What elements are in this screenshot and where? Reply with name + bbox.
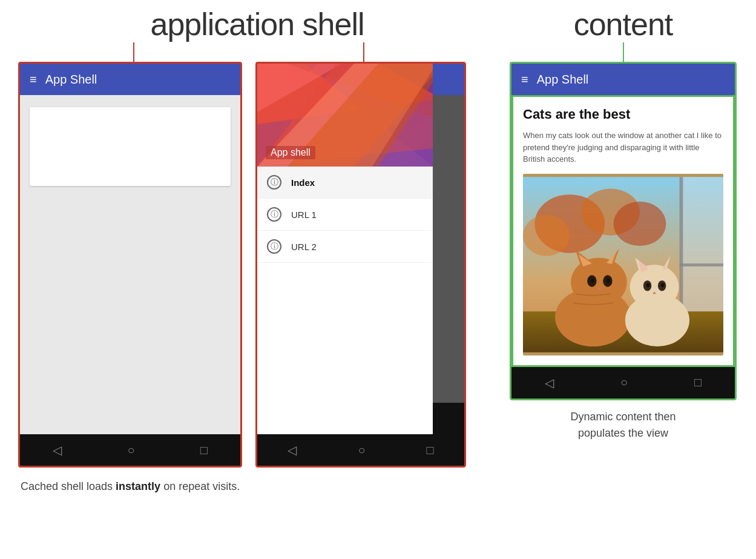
- svg-point-28: [591, 278, 594, 283]
- phone2-home-icon[interactable]: ○: [358, 443, 365, 457]
- phone2-app-bar-dark: [433, 64, 464, 95]
- page-layout: application shell ≡ App Shell ◁ ○: [0, 0, 756, 559]
- phone3-mockup: ≡ App Shell Cats are the best When my ca…: [510, 62, 737, 400]
- phone3-content-box: Cats are the best When my cats look out …: [513, 97, 733, 365]
- drawer-item-url1-label: URL 1: [291, 210, 317, 220]
- phone1-mockup: ≡ App Shell ◁ ○ □: [18, 62, 242, 468]
- right-column: content ≡ App Shell Cats are the best Wh…: [496, 6, 744, 553]
- phone3-content-area: Cats are the best When my cats look out …: [511, 95, 735, 367]
- phone3-recent-icon[interactable]: □: [694, 375, 702, 389]
- phone3-app-bar: ≡ App Shell: [511, 64, 735, 95]
- svg-point-15: [614, 201, 666, 245]
- phone2-dark-side: [433, 64, 464, 434]
- drawer-item-index[interactable]: ⓘ Index: [257, 167, 433, 199]
- caption-right: Dynamic content then populates the view: [570, 409, 675, 442]
- svg-point-14: [523, 214, 570, 256]
- phone1-home-icon[interactable]: ○: [127, 443, 134, 457]
- phone2-nav-dark: [433, 403, 464, 434]
- drawer-item-index-label: Index: [291, 177, 315, 188]
- content-label-area: content: [502, 6, 744, 42]
- phone3-bottom-nav: ◁ ○ □: [511, 367, 735, 399]
- drawer-item-url1-icon: ⓘ: [267, 207, 281, 222]
- drawer-item-url2-icon: ⓘ: [267, 239, 281, 254]
- phone1-back-icon[interactable]: ◁: [53, 443, 62, 457]
- phone1-title: App Shell: [45, 73, 97, 87]
- phone3-title: App Shell: [537, 73, 589, 87]
- phone1-bottom-nav: ◁ ○ □: [20, 434, 240, 466]
- app-shell-label-area: application shell: [18, 6, 496, 42]
- two-phones-container: ≡ App Shell ◁ ○ □: [18, 62, 466, 468]
- phone2-mockup: App shell ⓘ Index ⓘ URL 1: [255, 62, 466, 468]
- phone3-content-title: Cats are the best: [523, 107, 723, 122]
- phone2-recent-icon[interactable]: □: [426, 443, 433, 457]
- svg-point-32: [630, 265, 679, 309]
- caption-left-part2: on repeat visits.: [160, 480, 240, 492]
- connector-lines-row: [18, 42, 496, 62]
- phone1-white-card: [30, 107, 231, 186]
- green-connector-line: [623, 42, 624, 62]
- caption-left-bold: instantly: [116, 480, 160, 492]
- drawer-app-label: App shell: [266, 146, 315, 159]
- drawer-header: App shell: [257, 64, 433, 167]
- phone2-wrapper: App shell ⓘ Index ⓘ URL 1: [255, 62, 466, 468]
- svg-point-40: [661, 283, 665, 287]
- caption-left-part1: Cached shell loads: [21, 480, 116, 492]
- phone2-drawer-inner: App shell ⓘ Index ⓘ URL 1: [257, 64, 464, 434]
- application-shell-label: application shell: [150, 6, 364, 42]
- svg-rect-18: [680, 263, 723, 266]
- connector-line-right: [363, 42, 364, 62]
- content-label: content: [574, 6, 673, 42]
- phone3-content-body: When my cats look out the window at anot…: [523, 130, 723, 165]
- drawer-item-url2[interactable]: ⓘ URL 2: [257, 231, 433, 263]
- phone3-menu-icon: ≡: [521, 73, 528, 85]
- drawer-item-index-icon: ⓘ: [267, 175, 281, 190]
- connector-line-left: [133, 42, 134, 62]
- cats-image-svg: [523, 174, 723, 356]
- phone3-home-icon[interactable]: ○: [620, 375, 628, 389]
- drawer-item-url2-label: URL 2: [291, 242, 317, 252]
- caption-left: Cached shell loads instantly on repeat v…: [18, 478, 240, 495]
- svg-point-21: [571, 257, 627, 306]
- phone1-body: [20, 95, 240, 434]
- drawer-panel: App shell ⓘ Index ⓘ URL 1: [257, 64, 433, 434]
- caption-right-line2: populates the view: [578, 427, 668, 439]
- phone1-app-bar: ≡ App Shell: [20, 64, 240, 95]
- caption-right-line1: Dynamic content then: [570, 411, 675, 423]
- phone1-recent-icon[interactable]: □: [200, 443, 208, 457]
- phone2-body-dark: [433, 95, 464, 403]
- phone3-back-icon[interactable]: ◁: [545, 375, 554, 390]
- svg-point-29: [606, 278, 610, 283]
- svg-point-39: [646, 283, 650, 287]
- cats-image: [523, 174, 723, 356]
- phone2-back-icon[interactable]: ◁: [288, 443, 297, 457]
- drawer-item-url1[interactable]: ⓘ URL 1: [257, 199, 433, 231]
- phone2-bottom-nav: ◁ ○ □: [257, 434, 464, 466]
- left-column: application shell ≡ App Shell ◁ ○: [18, 6, 496, 553]
- phone1-menu-icon: ≡: [30, 73, 37, 85]
